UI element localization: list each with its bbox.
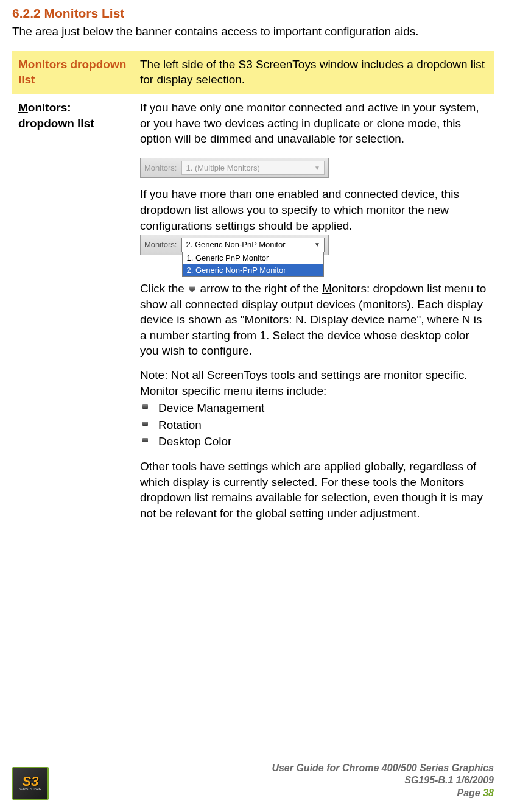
paragraph: Other tools have settings which are appl…: [140, 459, 488, 521]
dropdown-field-active[interactable]: 2. Generic Non-PnP Monitor ▼ 1. Generic …: [181, 238, 325, 252]
hl-desc: The left side of the S3 ScreenToys windo…: [134, 51, 494, 94]
page-label: Page: [457, 788, 483, 798]
dropdown-label: Monitors:: [144, 239, 177, 250]
dropdown-value: 2. Generic Non-PnP Monitor: [186, 239, 285, 250]
logo-text: S3: [23, 776, 39, 788]
paragraph: Click the arrow to the right of the Moni…: [140, 281, 488, 359]
intro-paragraph: The area just below the banner contains …: [12, 24, 494, 40]
bullet-list: Device Management Rotation Desktop Color: [140, 400, 488, 450]
row-desc: If you have only one monitor connected a…: [134, 94, 494, 536]
page-footer: S3 GRAPHICS User Guide for Chrome 400/50…: [12, 762, 494, 800]
footer-title: User Guide for Chrome 400/500 Series Gra…: [272, 762, 494, 775]
label-rest: onitors: dropdown list: [18, 101, 94, 130]
dropdown-option-selected[interactable]: 2. Generic Non-PnP Monitor: [183, 264, 323, 277]
table-row-highlight: Monitors dropdown list The left side of …: [12, 51, 494, 94]
dropdown-label: Monitors:: [144, 163, 177, 174]
list-item: Desktop Color: [140, 433, 488, 450]
text-fragment: Click the: [140, 282, 188, 295]
table-row: Monitors: dropdown list If you have only…: [12, 94, 494, 536]
text-fragment: arrow to the right of the: [197, 282, 322, 295]
chevron-down-icon: ▼: [314, 164, 320, 172]
underlined-letter: M: [322, 282, 332, 295]
page-number: 38: [483, 788, 494, 798]
list-item: Rotation: [140, 417, 488, 434]
footer-meta: SG195-B.1 1/6/2009: [272, 774, 494, 787]
chevron-down-icon[interactable]: ▼: [314, 241, 320, 249]
definitions-table: Monitors dropdown list The left side of …: [12, 51, 494, 536]
footer-text: User Guide for Chrome 400/500 Series Gra…: [272, 762, 494, 800]
s3-logo: S3 GRAPHICS: [12, 767, 49, 800]
arrow-down-icon: [189, 286, 195, 292]
row-label: Monitors: dropdown list: [12, 94, 134, 536]
monitors-dropdown-disabled: Monitors: 1. (Multiple Monitors) ▼: [140, 158, 329, 178]
hl-label: Monitors dropdown list: [12, 51, 134, 94]
underlined-letter: M: [18, 101, 28, 114]
dropdown-option[interactable]: 1. Generic PnP Monitor: [183, 252, 323, 264]
list-item: Device Management: [140, 400, 488, 417]
monitors-dropdown-active[interactable]: Monitors: 2. Generic Non-PnP Monitor ▼ 1…: [140, 235, 329, 255]
section-heading: 6.2.2 Monitors List: [12, 6, 494, 21]
logo-subtext: GRAPHICS: [19, 787, 41, 791]
dropdown-field-disabled: 1. (Multiple Monitors) ▼: [181, 161, 325, 175]
text-fragment: onitors: [332, 282, 367, 295]
paragraph: Note: Not all ScreenToys tools and setti…: [140, 367, 488, 398]
dropdown-list: 1. Generic PnP Monitor 2. Generic Non-Pn…: [182, 252, 324, 277]
paragraph: If you have only one monitor connected a…: [140, 100, 488, 147]
dropdown-value: 1. (Multiple Monitors): [186, 163, 259, 174]
paragraph: If you have more than one enabled and co…: [140, 186, 488, 233]
footer-page: Page 38: [272, 787, 494, 800]
